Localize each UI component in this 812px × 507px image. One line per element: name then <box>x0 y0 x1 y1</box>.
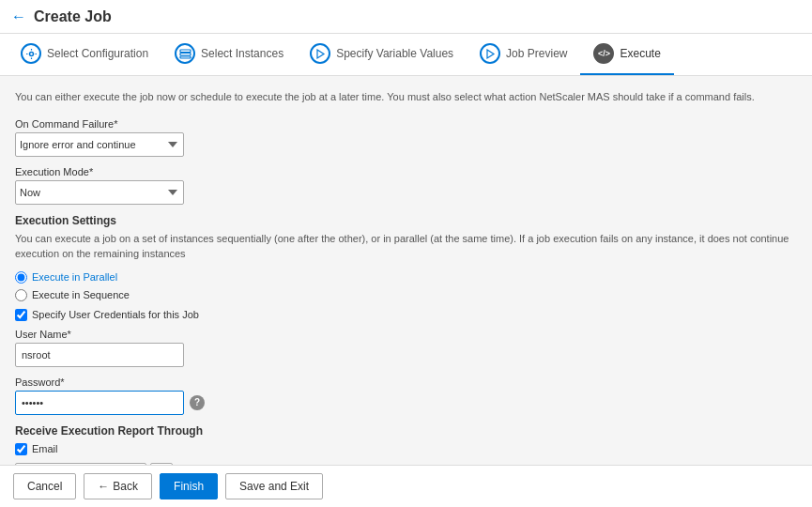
execute-parallel-radio[interactable] <box>15 271 27 284</box>
variable-tab-icon <box>310 43 330 64</box>
tab-instances-label: Select Instances <box>201 47 283 60</box>
password-input[interactable] <box>15 391 184 415</box>
wizard-tabs: Select Configuration Select Instances Sp… <box>0 34 812 76</box>
execution-settings-section: Execution Settings You can execute a job… <box>15 214 797 262</box>
password-group: Password* ? <box>15 376 797 415</box>
execute-parallel-option[interactable]: Execute in Parallel <box>15 271 797 284</box>
tab-execute-label: Execute <box>620 47 660 60</box>
username-group: User Name* <box>15 329 797 367</box>
cancel-button[interactable]: Cancel <box>13 473 76 499</box>
svg-rect-1 <box>180 50 191 53</box>
execution-mode-label: Execution Mode* <box>15 166 797 177</box>
back-label: Back <box>113 480 138 493</box>
svg-rect-2 <box>180 53 191 55</box>
svg-rect-3 <box>180 56 191 58</box>
tab-select-configuration[interactable]: Select Configuration <box>8 34 161 75</box>
execute-sequence-radio[interactable] <box>15 289 27 301</box>
specify-credentials-checkbox-item[interactable]: Specify User Credentials for this Job <box>15 309 797 321</box>
execute-sequence-label: Execute in Sequence <box>32 289 130 300</box>
info-text: You can either execute the job now or sc… <box>15 89 797 105</box>
config-tab-icon <box>21 43 41 64</box>
execution-settings-desc: You can execute a job on a set of instan… <box>15 231 797 262</box>
email-label: Email <box>32 443 58 454</box>
password-label: Password* <box>15 376 797 388</box>
command-failure-group: On Command Failure* Ignore error and con… <box>15 118 797 157</box>
password-help-icon[interactable]: ? <box>190 395 205 410</box>
command-failure-label: On Command Failure* <box>15 118 797 130</box>
execute-sequence-option[interactable]: Execute in Sequence <box>15 289 797 301</box>
specify-credentials-checkbox[interactable] <box>15 309 27 321</box>
receive-report-title: Receive Execution Report Through <box>15 424 797 438</box>
preview-tab-icon <box>480 43 500 64</box>
username-input[interactable] <box>15 343 184 367</box>
back-arrow-icon[interactable]: ← <box>11 8 26 25</box>
page-header: ← Create Job <box>0 0 812 34</box>
tab-specify-variable[interactable]: Specify Variable Values <box>297 34 467 75</box>
email-checkbox[interactable] <box>15 443 27 455</box>
parallel-sequence-group: Execute in Parallel Execute in Sequence <box>15 271 797 301</box>
tab-preview-label: Job Preview <box>506 47 567 60</box>
tab-config-label: Select Configuration <box>47 47 148 60</box>
tab-select-instances[interactable]: Select Instances <box>161 34 297 75</box>
execution-mode-select[interactable]: Now Schedule <box>15 180 184 205</box>
specify-credentials-label: Specify User Credentials for this Job <box>32 309 199 320</box>
execute-tab-icon: </> <box>593 43 614 64</box>
password-row: ? <box>15 391 797 415</box>
tab-variable-label: Specify Variable Values <box>336 47 453 60</box>
email-checkbox-item[interactable]: Email <box>15 443 797 455</box>
svg-marker-5 <box>487 50 494 58</box>
tab-job-preview[interactable]: Job Preview <box>467 34 580 75</box>
execute-parallel-label: Execute in Parallel <box>32 271 117 283</box>
finish-button[interactable]: Finish <box>160 473 218 499</box>
svg-point-0 <box>29 52 33 55</box>
tab-execute[interactable]: </> Execute <box>580 34 673 75</box>
back-button[interactable]: ← Back <box>84 473 152 499</box>
page-title: Create Job <box>34 8 112 25</box>
footer-bar: Cancel ← Back Finish Save and Exit <box>0 465 812 507</box>
instances-tab-icon <box>175 43 195 64</box>
username-label: User Name* <box>15 329 797 340</box>
save-exit-button[interactable]: Save and Exit <box>225 473 323 499</box>
execution-mode-group: Execution Mode* Now Schedule <box>15 166 797 205</box>
execution-settings-title: Execution Settings <box>15 214 797 227</box>
content-area: You can either execute the job now or sc… <box>0 76 812 507</box>
command-failure-select[interactable]: Ignore error and continue Abort on failu… <box>15 132 184 157</box>
back-arrow-label: ← <box>98 480 109 493</box>
svg-marker-4 <box>317 50 324 58</box>
